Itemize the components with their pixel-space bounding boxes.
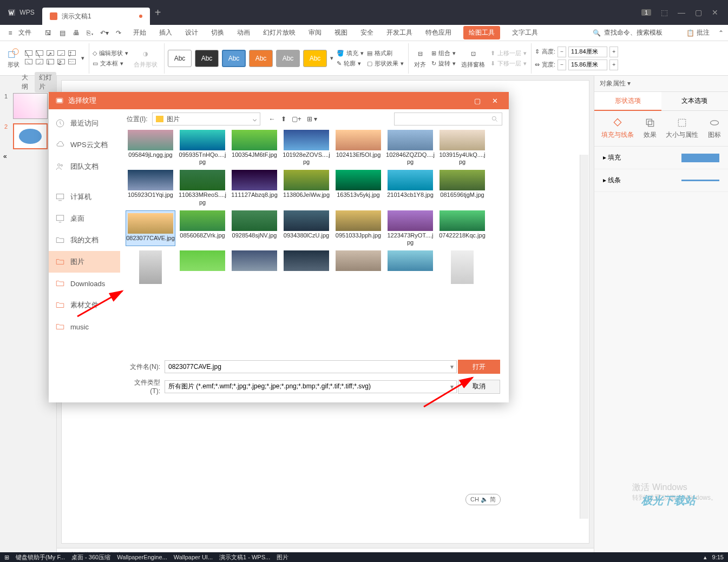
file-item[interactable] [281, 250, 331, 285]
file-item[interactable] [333, 250, 383, 285]
close-icon[interactable]: ✕ [712, 8, 718, 17]
file-item[interactable]: 210143cb1Y8.jpg [385, 170, 435, 206]
file-item[interactable]: 113806JeiWw.jpg [281, 170, 331, 206]
file-item[interactable]: 0823077CAVE.jpg [126, 210, 175, 246]
tray-icon[interactable]: ▴ [704, 554, 707, 561]
rotate-dropdown[interactable]: ↻旋转 ▾ [431, 59, 456, 68]
tb-app-3[interactable]: WallpaperEngine... [117, 554, 167, 560]
maximize-icon[interactable]: ▢ [695, 8, 702, 17]
shape-dropdown[interactable]: 形状 [5, 47, 22, 70]
style-3[interactable]: Abc [222, 50, 246, 67]
app-menu-icon[interactable]: ⬚ [661, 8, 668, 17]
tab-review[interactable]: 审阅 [307, 26, 323, 39]
new-folder-icon[interactable]: ▢+ [292, 115, 301, 123]
file-item[interactable]: 0934380lCzU.jpg [281, 210, 331, 246]
tab-drawtools[interactable]: 绘图工具 [463, 26, 500, 39]
language-indicator[interactable]: CH 🔈 简 [465, 494, 501, 505]
edit-shape-button[interactable]: ◇编辑形状 ▾ [93, 49, 128, 57]
dialog-titlebar[interactable]: 选择纹理 ▢ ✕ [49, 92, 509, 109]
menu-hamburger-icon[interactable]: ≡ [4, 27, 16, 39]
file-item[interactable]: 111127Abzq8.jpg [229, 170, 279, 206]
height-plus[interactable]: + [609, 47, 618, 57]
file-item[interactable] [229, 250, 279, 285]
file-item[interactable]: 105923O1Yqi.jpg [126, 170, 175, 206]
open-button[interactable]: 打开 [458, 360, 500, 374]
back-icon[interactable]: ← [269, 115, 276, 123]
style-5[interactable]: Abc [276, 50, 300, 67]
file-item[interactable]: 0951033Jpph.jpg [333, 210, 383, 246]
tab-texttools[interactable]: 文字工具 [511, 26, 539, 39]
fill-color-swatch[interactable] [681, 154, 719, 162]
tb-app-5[interactable]: 演示文稿1 - WPS... [219, 553, 270, 561]
file-item[interactable] [126, 250, 175, 285]
file-item[interactable]: 103915y4UkQ....jpg [437, 130, 487, 166]
location-dropdown[interactable]: 图片 ⌵ [152, 113, 260, 125]
file-menu[interactable]: 文件 [18, 28, 31, 37]
file-item[interactable]: 07422218Kqc.jpg [437, 210, 487, 246]
start-button[interactable]: ⊞ [4, 554, 9, 561]
style-1[interactable]: Abc [168, 50, 192, 67]
panel-title[interactable]: 对象属性 ▾ [594, 76, 728, 92]
collapse-arrow-icon[interactable]: « [3, 153, 7, 160]
search-input[interactable] [394, 113, 502, 125]
fill-line-tab[interactable]: 填充与线条 [601, 117, 634, 140]
save-icon[interactable]: 🖫 [42, 27, 54, 39]
icon-tab[interactable]: 图标 [708, 117, 721, 140]
file-item[interactable]: 163513v5ykj.jpg [333, 170, 383, 206]
file-item[interactable]: 101928eZOVS....jpg [281, 130, 331, 166]
scrollbar[interactable] [580, 155, 588, 519]
height-input[interactable] [568, 47, 607, 57]
select-pane-button[interactable]: ⊡选择窗格 [459, 47, 487, 70]
add-tab-button[interactable]: + [150, 6, 166, 19]
file-item[interactable]: 0816596tjgM.jpg [437, 170, 487, 206]
export-icon[interactable]: ⎘▾ [84, 27, 96, 39]
sidebar-pictures[interactable]: 图片 [49, 251, 120, 273]
outline-tab[interactable]: 大纲 [22, 73, 30, 91]
wps-logo[interactable]: WPS [0, 0, 42, 25]
file-item[interactable]: 110633MReoS....jpg [178, 170, 227, 206]
tab-text-options[interactable]: 文本选项 [661, 92, 729, 111]
file-item[interactable]: 0928548sjNV.jpg [229, 210, 279, 246]
print-preview-icon[interactable]: ▤ [56, 27, 68, 39]
search-commands[interactable]: 🔍 查找命令、搜索模板 [593, 28, 663, 37]
slide-thumb-2[interactable]: 2 [4, 123, 52, 149]
sidebar-recent[interactable]: 最近访问 [49, 113, 120, 134]
group-dropdown[interactable]: ⊞组合 ▾ [431, 49, 456, 57]
style-gallery[interactable]: Abc Abc Abc Abc Abc Abc [168, 50, 327, 67]
filename-input[interactable] [165, 360, 457, 373]
sidebar-cloud[interactable]: WPS云文档 [49, 134, 120, 156]
tab-slideshow[interactable]: 幻灯片放映 [262, 26, 297, 39]
tab-insert[interactable]: 插入 [158, 26, 173, 39]
width-minus[interactable]: − [558, 59, 566, 70]
file-item[interactable]: 100354JM6tF.jpg [229, 130, 279, 166]
clock[interactable]: 9:15 [712, 554, 724, 560]
effect-tab[interactable]: 效果 [644, 117, 657, 140]
tab-design[interactable]: 设计 [184, 26, 199, 39]
tab-shape-options[interactable]: 形状选项 [594, 92, 661, 111]
undo-icon[interactable]: ↶▾ [99, 27, 110, 39]
redo-icon[interactable]: ↷ [113, 27, 124, 39]
file-item[interactable] [385, 250, 435, 285]
fill-dropdown[interactable]: 🪣填充 ▾ [337, 49, 364, 57]
outline-dropdown[interactable]: ✎轮廓 ▾ [337, 59, 364, 68]
dialog-maximize-icon[interactable]: ▢ [470, 94, 485, 107]
gallery-more-icon[interactable]: ▾ [81, 55, 84, 62]
line-color-swatch[interactable] [681, 180, 719, 181]
file-item[interactable]: 102846ZQZDQ....jpg [385, 130, 435, 166]
tab-view[interactable]: 视图 [333, 26, 349, 39]
textbox-button[interactable]: ▭文本框 ▾ [93, 59, 128, 68]
collapse-ribbon-icon[interactable]: ⌃ [718, 29, 724, 37]
shape-effect-dropdown[interactable]: ▢形状效果 ▾ [367, 59, 404, 68]
filetype-input[interactable] [165, 380, 457, 393]
file-item[interactable]: 095849jLngg.jpg [126, 130, 175, 166]
tb-app-6[interactable]: 图片 [277, 553, 288, 561]
sidebar-mydocs[interactable]: 我的文档 [49, 229, 120, 251]
dialog-close-icon[interactable]: ✕ [487, 94, 502, 107]
style-more-icon[interactable]: ▾ [330, 55, 333, 62]
file-item[interactable]: 1223473RyOT....jpg [385, 210, 435, 246]
file-item[interactable]: 0856068ZVrk.jpg [178, 210, 227, 246]
tab-special[interactable]: 特色应用 [424, 26, 452, 39]
dropdown-icon[interactable]: ▾ [450, 363, 454, 371]
width-plus[interactable]: + [609, 59, 618, 70]
sidebar-computer[interactable]: 计算机 [49, 186, 120, 208]
